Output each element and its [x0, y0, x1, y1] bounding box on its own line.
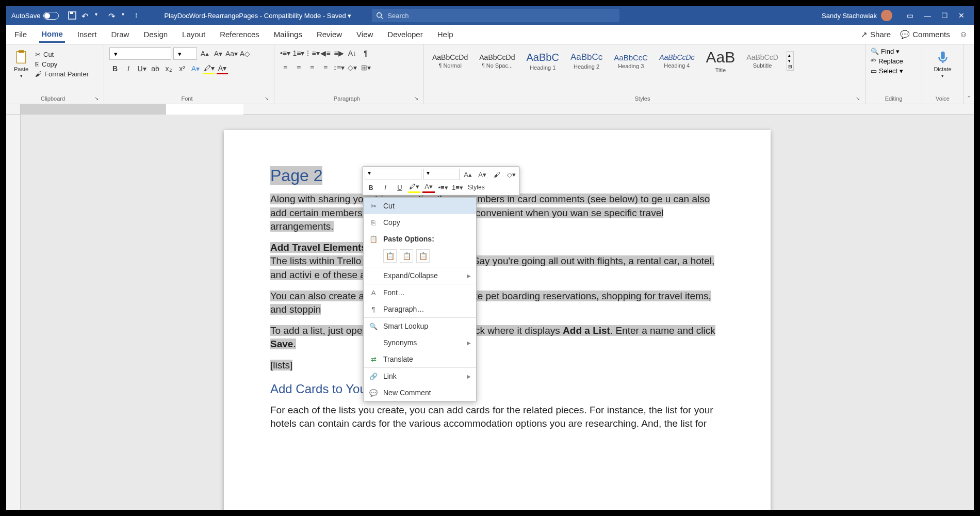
tab-home[interactable]: Home [39, 26, 65, 43]
mini-font-size[interactable]: ▾ [423, 169, 460, 180]
paste-merge-icon[interactable]: 📋 [400, 249, 413, 263]
highlight-icon[interactable]: 🖍▾ [203, 63, 215, 74]
tab-references[interactable]: References [218, 27, 262, 42]
shrink-font-icon[interactable]: A▾ [213, 48, 224, 59]
undo-icon[interactable]: ↶ [81, 11, 90, 20]
change-case-icon[interactable]: Aa▾ [226, 48, 237, 59]
clear-format-icon[interactable]: A◇ [239, 48, 251, 59]
smiley-icon[interactable]: ☺ [959, 30, 968, 39]
copy-button[interactable]: ⎘Copy [35, 60, 89, 68]
menu-cut[interactable]: ✂Cut [364, 198, 476, 214]
menu-font[interactable]: AFont… [364, 284, 476, 301]
tab-file[interactable]: File [12, 27, 29, 42]
mini-italic-icon[interactable]: I [379, 182, 391, 193]
menu-link[interactable]: 🔗Link▶ [364, 368, 476, 384]
tab-developer[interactable]: Developer [385, 27, 424, 42]
mini-bullets-icon[interactable]: •≡▾ [437, 182, 449, 193]
autosave-toggle[interactable]: AutoSave [11, 12, 59, 20]
mini-bold-icon[interactable]: B [365, 182, 377, 193]
number-list-icon[interactable]: 1≡▾ [293, 47, 304, 59]
menu-synonyms[interactable]: Synonyms▶ [364, 334, 476, 351]
subheading: Add Cards to Your List [270, 382, 724, 396]
menu-paragraph[interactable]: ¶Paragraph… [364, 301, 476, 317]
mini-numbers-icon[interactable]: 1≡▾ [451, 182, 464, 193]
indent-icon[interactable]: ≡▶ [333, 47, 345, 59]
cut-button[interactable]: ✂Cut [35, 51, 89, 58]
paragraph-icon: ¶ [369, 304, 378, 314]
subscript-icon[interactable]: x₂ [163, 63, 174, 74]
mini-font-name[interactable]: ▾ [365, 169, 421, 180]
mini-styles-button[interactable]: Styles [466, 182, 487, 193]
justify-icon[interactable]: ≡ [320, 62, 331, 73]
grow-font-icon[interactable]: A▴ [199, 48, 210, 59]
comments-button[interactable]: 💬Comments [900, 30, 950, 39]
menu-new-comment[interactable]: 💬New Comment [364, 384, 476, 401]
replace-button[interactable]: ᵃᵇReplace [871, 57, 917, 65]
sort-icon[interactable]: A↓ [347, 47, 358, 59]
tab-help[interactable]: Help [435, 27, 455, 42]
align-right-icon[interactable]: ≡ [306, 62, 318, 73]
menu-copy[interactable]: ⎘Copy [364, 214, 476, 231]
collapse-ribbon-icon[interactable]: ⌃ [967, 95, 971, 102]
tab-view[interactable]: View [354, 27, 375, 42]
dictate-button[interactable]: Dictate▾ [927, 47, 958, 80]
group-label-clipboard: Clipboard ↘ [11, 94, 99, 103]
search-box[interactable]: Search [372, 9, 619, 22]
tab-review[interactable]: Review [315, 27, 344, 42]
ribbon-display-icon[interactable]: ▭ [907, 11, 913, 20]
maximize-icon[interactable]: ☐ [941, 11, 948, 20]
font-name-input[interactable]: ▾ [109, 47, 171, 60]
minimize-icon[interactable]: — [924, 11, 931, 20]
paste-text-only-icon[interactable]: 📋 [416, 249, 430, 263]
borders-icon[interactable]: ⊞▾ [360, 62, 371, 73]
mini-highlight-icon[interactable]: 🖍▾ [408, 182, 420, 193]
user-account[interactable]: Sandy Stachowiak [822, 10, 892, 21]
multilevel-list-icon[interactable]: ⋮≡▾ [306, 47, 318, 59]
strike-icon[interactable]: ab [150, 63, 161, 74]
paste-button[interactable]: Paste▾ [11, 47, 31, 80]
mini-grow-font-icon[interactable]: A▴ [462, 169, 474, 180]
microphone-icon [935, 50, 951, 65]
vertical-ruler[interactable] [6, 115, 21, 510]
menu-translate[interactable]: ⇄Translate [364, 351, 476, 367]
italic-icon[interactable]: I [123, 63, 134, 74]
bullet-list-icon[interactable]: •≡▾ [280, 47, 291, 59]
tab-draw[interactable]: Draw [109, 27, 131, 42]
mini-format-painter-icon[interactable]: 🖌 [491, 169, 503, 180]
line-spacing-icon[interactable]: ↕≡▾ [333, 62, 345, 73]
paste-keep-source-icon[interactable]: 📋 [383, 249, 397, 263]
shading-icon[interactable]: ◇▾ [347, 62, 358, 73]
redo-icon[interactable]: ↷ [108, 11, 117, 20]
align-left-icon[interactable]: ≡ [280, 62, 291, 73]
select-button[interactable]: ▭Select ▾ [871, 67, 917, 75]
font-color-icon[interactable]: A▾ [217, 63, 228, 74]
outdent-icon[interactable]: ◀≡ [320, 47, 331, 59]
find-button[interactable]: 🔍Find ▾ [871, 47, 917, 55]
mini-underline-icon[interactable]: U [394, 182, 406, 193]
tab-insert[interactable]: Insert [75, 27, 99, 42]
replace-icon: ᵃᵇ [871, 57, 876, 65]
page-heading: Page 2 [270, 166, 322, 185]
close-icon[interactable]: ✕ [958, 11, 965, 20]
text-effects-icon[interactable]: A▾ [190, 63, 201, 74]
horizontal-ruler[interactable] [21, 104, 974, 115]
format-painter-button[interactable]: 🖌Format Painter [35, 70, 89, 78]
tab-layout[interactable]: Layout [180, 27, 207, 42]
save-icon[interactable] [68, 11, 76, 20]
align-center-icon[interactable]: ≡ [293, 62, 304, 73]
show-marks-icon[interactable]: ¶ [360, 47, 371, 59]
mini-clear-icon[interactable]: ◇▾ [505, 169, 517, 180]
mini-shrink-font-icon[interactable]: A▾ [476, 169, 488, 180]
underline-icon[interactable]: U▾ [136, 63, 148, 74]
tab-design[interactable]: Design [141, 27, 170, 42]
share-button[interactable]: ↗Share [861, 30, 891, 39]
menu-expand-collapse[interactable]: Expand/Collapse▶ [364, 267, 476, 284]
bold-icon[interactable]: B [109, 63, 121, 74]
tab-mailings[interactable]: Mailings [272, 27, 304, 42]
superscript-icon[interactable]: x² [176, 63, 188, 74]
menu-smart-lookup[interactable]: 🔍Smart Lookup [364, 318, 476, 334]
link-icon: 🔗 [369, 372, 378, 381]
mini-font-color-icon[interactable]: A▾ [422, 182, 435, 193]
font-size-input[interactable]: ▾ [173, 47, 197, 60]
styles-gallery[interactable]: AaBbCcDd¶ Normal AaBbCcDd¶ No Spac... Aa… [429, 47, 860, 74]
